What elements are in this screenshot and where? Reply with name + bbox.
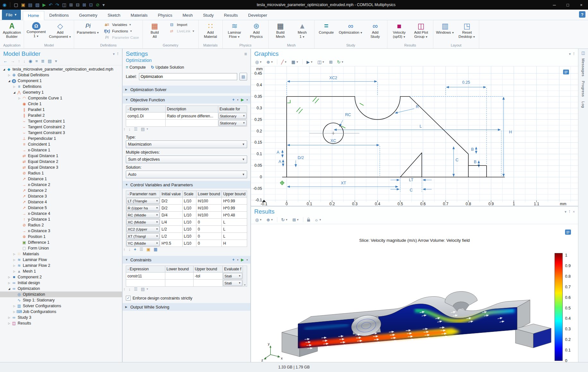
load-from-file-icon[interactable]: ▣ [146, 247, 150, 252]
tree-item-y-distance-1[interactable]: ↑y-Distance 1 [0, 216, 122, 222]
select-icon[interactable]: ⊡ [89, 3, 93, 7]
layout-icon[interactable]: ◫ [581, 51, 585, 55]
table-cell[interactable]: -tol [193, 273, 222, 280]
tree-expander-icon[interactable]: ◢ [2, 68, 6, 71]
table-cell[interactable]: 0 [196, 233, 222, 240]
table-cell[interactable]: 0 [196, 226, 222, 233]
tree-item-coincident-1[interactable]: ≡Coincident 1 [0, 141, 122, 147]
tab-geometry[interactable]: Geometry [74, 11, 102, 20]
evaluate-for-select[interactable]: Stati▼ [223, 280, 242, 286]
tree-item-distance-4[interactable]: ↗Distance 4 [0, 199, 122, 205]
add-study-button[interactable]: ∞AddStudy [364, 21, 386, 43]
tree-item-parallel-2[interactable]: ∥Parallel 2 [0, 113, 122, 118]
table-cell[interactable]: H [222, 240, 247, 247]
minimize-button[interactable]: ─ [548, 0, 561, 10]
evaluate-for-select[interactable]: Stati▼ [223, 273, 242, 279]
build-mesh-button[interactable]: ▦BuildMesh [270, 21, 291, 43]
table-cell[interactable]: L/10 [182, 233, 196, 240]
save-to-file-icon[interactable]: ▦ [154, 247, 158, 252]
view-icon[interactable]: ⊕▼ [265, 59, 275, 65]
move-up-icon[interactable]: ↑ [123, 247, 125, 252]
load-constraint-icon[interactable]: ▶ [241, 258, 244, 262]
tab-mesh[interactable]: Mesh [177, 11, 198, 20]
tree-item-distance-1[interactable]: ↗Distance 1 [0, 176, 122, 182]
move-up-icon[interactable]: ↑ [123, 287, 125, 292]
component-1-button[interactable]: ΩComponent1▼ [25, 21, 47, 43]
label-id-button[interactable]: ▤ [239, 73, 247, 80]
section-output-while-solving[interactable]: ▶ Output While Solving [123, 303, 250, 311]
table-cell[interactable]: L/2 [160, 226, 183, 233]
tree-item-study-3[interactable]: ▷∞Study 3 [0, 315, 122, 320]
table-cell[interactable] [165, 280, 193, 287]
table-cell[interactable]: 0 [196, 219, 222, 226]
paste-icon[interactable]: ⊞ [69, 3, 73, 7]
open-icon[interactable]: ▣ [21, 3, 25, 7]
tree-item-initial-design[interactable]: ▷∞Initial design [0, 280, 122, 286]
tree-expander-icon[interactable]: ▷ [7, 74, 11, 77]
tree-expander-icon[interactable]: ◢ [12, 91, 16, 94]
tree-expander-icon[interactable]: ▷ [12, 270, 16, 273]
tab-definitions[interactable]: Definitions [44, 11, 74, 20]
table-cell[interactable]: H*0.99 [222, 198, 247, 205]
tree-item-position-1[interactable]: ⊕Position 1 [0, 234, 122, 240]
tree-expander-icon[interactable]: ▷ [7, 322, 11, 325]
tree-item-tangent-constraint-3[interactable]: ⌣Tangent Constraint 3 [0, 130, 122, 136]
tree-expander-icon[interactable]: ▷ [7, 316, 11, 319]
new-file-icon[interactable]: ▢ [14, 3, 18, 7]
copy-image-icon[interactable]: ◫▼ [316, 59, 326, 65]
comsol-logo-icon[interactable]: ◉ [3, 3, 6, 7]
label-input[interactable] [139, 73, 237, 80]
tree-item-x-distance-4[interactable]: →x-Distance 4 [0, 211, 122, 216]
add-plot-group-button[interactable]: ◫Add PlotGroup▼ [410, 21, 432, 43]
section-constraints[interactable]: ▼ Constraints +▾ ▶▾ [123, 256, 250, 264]
panel-menu-icon[interactable]: ▾ [565, 210, 566, 214]
section-optimization-solver[interactable]: ▶ Optimization Solver [123, 86, 250, 93]
table-cell[interactable] [193, 280, 222, 287]
compute-action[interactable]: =Compute [126, 65, 146, 70]
more-icon[interactable]: ▾ [55, 59, 57, 63]
tree-item-global-definitions[interactable]: ▷⊕Global Definitions [0, 72, 122, 78]
move-down-icon[interactable]: ↓ [129, 287, 131, 292]
table-cell[interactable] [166, 120, 218, 127]
results-plot-area[interactable]: Slice: Velocity magnitude (m/s) Arrow Vo… [251, 224, 578, 362]
tree-item-tangent-constraint-1[interactable]: ⌣Tangent Constraint 1 [0, 118, 122, 124]
collapse-all-icon[interactable]: ≣ [41, 59, 45, 63]
table-icon[interactable]: ⊞ [327, 59, 334, 65]
tab-developer[interactable]: Developer [243, 11, 272, 20]
load-objective-icon[interactable]: ▶ [241, 97, 244, 102]
tab-results[interactable]: Results [219, 11, 243, 20]
tree-item-results[interactable]: ▷◫Results [0, 320, 122, 326]
tree-item-equal-distance-2[interactable]: ⇄Equal Distance 2 [0, 159, 122, 165]
section-objective-function[interactable]: ▼ Objective Function +▾ ▶▾ [123, 96, 250, 104]
parameter-select[interactable]: YC (Middle▼ [126, 240, 160, 246]
table-cell[interactable]: L/10 [182, 212, 196, 219]
table-cell[interactable]: comp1.Di [126, 113, 166, 120]
tree-item-radius-1[interactable]: ⊘Radius 1 [0, 170, 122, 176]
table-more-icon[interactable]: ▤ [141, 127, 145, 131]
settings-menu-icon[interactable]: ≣ [244, 52, 247, 56]
table-cell[interactable]: L/10 [182, 198, 196, 205]
delete-icon[interactable]: ⊠ [82, 3, 86, 7]
update-solution-action[interactable]: ↻Update Solution [151, 65, 184, 70]
parameters-button[interactable]: PiParameters▼ [75, 21, 101, 43]
load-constraint-menu[interactable]: ▾ [246, 258, 248, 261]
tree-item-form-union[interactable]: ▢Form Union [0, 245, 122, 251]
tree-item-x-distance-3[interactable]: →x-Distance 3 [0, 228, 122, 234]
find-icon[interactable]: ⊘ [96, 3, 100, 7]
maximize-button[interactable]: □ [561, 0, 575, 10]
table-cell[interactable]: H*0.48 [222, 212, 247, 219]
parameter-select[interactable]: LT (Triangle▼ [126, 198, 160, 204]
tree-expander-icon[interactable]: ◢ [7, 287, 11, 290]
table-cell[interactable]: H/100 [196, 198, 222, 205]
table-cell[interactable]: 0 [196, 240, 222, 247]
tree-item-composite-curve-1[interactable]: ▷◠Composite Curve 1 [0, 95, 122, 101]
solution-select[interactable]: Auto▼ [126, 171, 247, 178]
table-icon[interactable]: ⊞▼ [291, 217, 301, 223]
tree-expander-icon[interactable]: ▷ [7, 282, 11, 284]
tree-item-solver-configurations[interactable]: ▷▥Solver Configurations [0, 303, 122, 309]
move-up-icon[interactable]: ↑ [123, 127, 125, 131]
reset-desktop-button[interactable]: ◳ResetDesktop▼ [456, 21, 478, 43]
image-icon[interactable]: ▦▼ [290, 59, 300, 65]
update-plot-icon[interactable]: ↻▼ [280, 217, 290, 223]
graphics-plot-area[interactable]: -0.100.10.20.30.40.50.60.70.80.911.10.45… [251, 66, 578, 206]
